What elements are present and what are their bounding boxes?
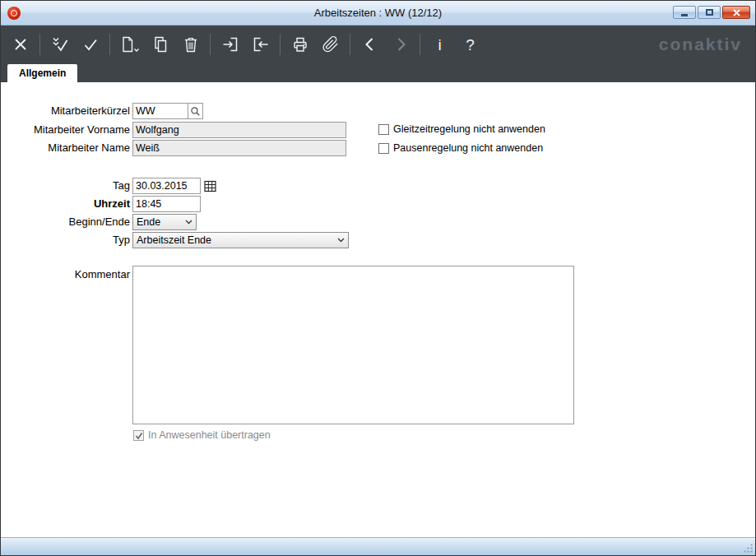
vorname-label: Mitarbeiter Vorname [1,122,130,138]
minimize-icon [681,14,688,16]
print-button[interactable] [285,29,315,60]
beginn-ende-value: Ende [137,216,182,228]
name-input [132,140,346,156]
previous-record-button[interactable] [355,29,385,60]
pausen-checkbox-row: Pausenregelung nicht anwenden [378,143,543,154]
search-icon [190,106,201,117]
toolbar: i ? conaktiv [1,25,755,63]
kommentar-textarea[interactable] [132,266,574,424]
tab-strip: Allgemein [1,63,755,82]
info-button[interactable]: i [424,29,455,60]
vorname-input [132,122,346,138]
confirm-icon [81,35,100,54]
gleitzeit-checkbox[interactable] [378,124,389,135]
toolbar-separator [420,34,420,55]
info-icon: i [438,37,441,53]
toolbar-separator [109,34,110,55]
resize-grip[interactable] [742,542,754,554]
chevron-down-icon [337,238,345,243]
status-bar [1,537,755,555]
confirm-all-icon [50,35,70,54]
anwesenheit-checkbox-row: In Anwesenheit übertragen [133,430,271,441]
chevron-right-icon [391,35,410,54]
typ-value: Arbeitszeit Ende [137,234,334,246]
maximize-icon [706,9,713,16]
pausen-checkbox[interactable] [378,143,389,154]
chevron-left-icon [360,35,380,54]
export-record-button[interactable] [245,29,276,60]
paperclip-icon [321,35,341,54]
typ-select[interactable]: Arbeitszeit Ende [132,232,349,248]
calendar-icon [204,180,216,192]
pausen-checkbox-label: Pausenregelung nicht anwenden [393,143,543,154]
chevron-down-icon [185,220,192,225]
toolbar-separator [350,34,350,55]
employee-lookup-button[interactable] [188,103,203,119]
printer-icon [290,35,310,54]
mitarbeiterkuerzel-label: Mitarbeiterkürzel [1,103,130,119]
cancel-icon [11,35,30,54]
confirm-button[interactable] [75,29,105,60]
brand-logo: conaktiv [659,35,755,54]
check-icon [135,432,143,440]
attachment-button[interactable] [315,29,346,60]
anwesenheit-checkbox [133,430,144,441]
typ-label: Typ [1,232,130,248]
help-button[interactable]: ? [455,29,485,60]
window-controls [673,6,750,19]
kommentar-label: Kommentar [1,266,130,283]
calendar-button[interactable] [203,179,216,192]
toolbar-separator [210,34,211,55]
gleitzeit-checkbox-row: Gleitzeitregelung nicht anwenden [378,124,545,135]
uhrzeit-label: Uhrzeit [1,196,130,212]
beginn-ende-select[interactable]: Ende [132,214,197,230]
new-record-icon [119,35,141,54]
form-area: Mitarbeiterkürzel Mitarbeiter Vorname Mi… [1,82,755,539]
confirm-all-button[interactable] [44,29,75,60]
app-window: Arbeitszeiten : WW (12/12) [0,0,756,556]
titlebar: Arbeitszeiten : WW (12/12) [1,1,755,25]
new-record-button[interactable] [114,29,145,60]
tag-label: Tag [1,178,130,194]
close-icon [733,9,740,16]
next-record-button[interactable] [385,29,415,60]
delete-record-button[interactable] [175,29,206,60]
beginn-ende-label: Beginn/Ende [1,214,130,230]
export-record-icon [251,35,271,54]
close-button[interactable] [722,6,750,19]
mitarbeiterkuerzel-input[interactable] [132,103,188,119]
import-record-icon [220,35,240,54]
name-label: Mitarbeiter Name [1,140,130,156]
window-title: Arbeitszeiten : WW (12/12) [1,1,755,25]
maximize-button[interactable] [698,6,721,19]
duplicate-record-button[interactable] [145,29,175,60]
duplicate-record-icon [151,35,170,54]
trash-icon [181,35,201,54]
toolbar-separator [39,34,40,55]
minimize-button[interactable] [673,6,696,19]
import-record-button[interactable] [215,29,245,60]
toolbar-separator [280,34,281,55]
anwesenheit-checkbox-label: In Anwesenheit übertragen [148,430,271,441]
help-icon: ? [466,37,475,53]
uhrzeit-input[interactable] [132,196,201,212]
tab-allgemein[interactable]: Allgemein [7,64,77,82]
gleitzeit-checkbox-label: Gleitzeitregelung nicht anwenden [393,124,545,135]
tag-input[interactable] [132,178,201,194]
cancel-button[interactable] [5,29,35,60]
